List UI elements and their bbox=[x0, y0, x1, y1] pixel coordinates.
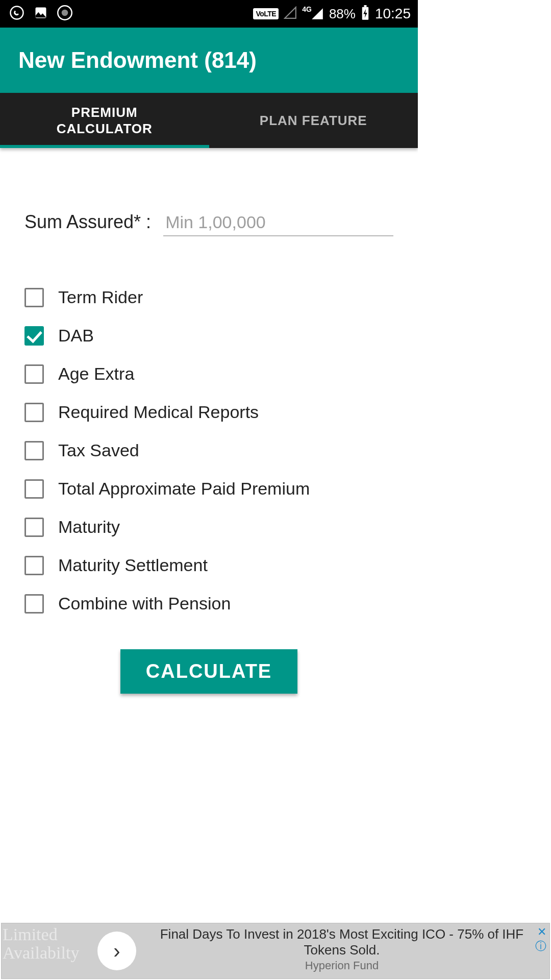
option-tax-saved[interactable]: Tax Saved bbox=[24, 440, 393, 460]
signal-empty-icon bbox=[284, 6, 297, 21]
tab-plan-feature[interactable]: PLAN FEATURE bbox=[209, 93, 418, 148]
svg-rect-5 bbox=[364, 5, 366, 7]
form-area: Sum Assured* : Term Rider DAB Age Extra … bbox=[0, 148, 418, 694]
option-age-extra[interactable]: Age Extra bbox=[24, 364, 393, 384]
options-list: Term Rider DAB Age Extra Required Medica… bbox=[24, 287, 393, 614]
checkbox-icon bbox=[24, 288, 44, 307]
option-label: DAB bbox=[58, 326, 94, 346]
option-label: Total Approximate Paid Premium bbox=[58, 479, 310, 499]
option-label: Term Rider bbox=[58, 287, 143, 307]
sum-assured-label: Sum Assured* : bbox=[24, 211, 151, 233]
option-required-medical-reports[interactable]: Required Medical Reports bbox=[24, 402, 393, 422]
signal-full-icon: 4G bbox=[302, 7, 324, 20]
option-combine-with-pension[interactable]: Combine with Pension bbox=[24, 594, 393, 614]
whatsapp-icon bbox=[9, 5, 24, 22]
checkbox-icon bbox=[24, 364, 44, 384]
battery-level: 88% bbox=[329, 6, 356, 22]
option-total-approximate-paid-premium[interactable]: Total Approximate Paid Premium bbox=[24, 479, 393, 499]
option-maturity[interactable]: Maturity bbox=[24, 517, 393, 537]
option-label: Maturity Settlement bbox=[58, 555, 208, 575]
battery-charging-icon bbox=[361, 5, 370, 22]
option-label: Combine with Pension bbox=[58, 594, 231, 614]
status-bar: VoLTE 4G 88% 10:25 bbox=[0, 0, 418, 28]
option-maturity-settlement[interactable]: Maturity Settlement bbox=[24, 555, 393, 575]
sum-assured-row: Sum Assured* : bbox=[24, 209, 393, 236]
tab-bar: PREMIUM CALCULATOR PLAN FEATURE bbox=[0, 93, 418, 148]
checkbox-icon bbox=[24, 403, 44, 422]
option-term-rider[interactable]: Term Rider bbox=[24, 287, 393, 307]
checkbox-checked-icon bbox=[24, 326, 44, 346]
tab-label: PLAN FEATURE bbox=[260, 112, 367, 129]
record-icon bbox=[57, 5, 72, 22]
calculate-button[interactable]: CALCULATE bbox=[120, 649, 297, 694]
checkbox-icon bbox=[24, 518, 44, 537]
tab-label: PREMIUM CALCULATOR bbox=[57, 104, 153, 137]
option-label: Required Medical Reports bbox=[58, 402, 259, 422]
page-title: New Endowment (814) bbox=[18, 47, 257, 73]
checkbox-icon bbox=[24, 479, 44, 499]
option-label: Maturity bbox=[58, 517, 120, 537]
option-label: Age Extra bbox=[58, 364, 134, 384]
svg-point-0 bbox=[11, 7, 23, 19]
tab-premium-calculator[interactable]: PREMIUM CALCULATOR bbox=[0, 93, 209, 148]
app-bar: New Endowment (814) bbox=[0, 28, 418, 93]
svg-point-3 bbox=[62, 10, 68, 16]
checkbox-icon bbox=[24, 594, 44, 614]
volte-badge: VoLTE bbox=[253, 8, 279, 19]
option-dab[interactable]: DAB bbox=[24, 326, 393, 346]
sum-assured-input[interactable] bbox=[163, 209, 393, 236]
checkbox-icon bbox=[24, 441, 44, 460]
option-label: Tax Saved bbox=[58, 440, 139, 460]
checkbox-icon bbox=[24, 556, 44, 575]
status-clock: 10:25 bbox=[375, 6, 414, 22]
photo-icon bbox=[34, 6, 48, 22]
